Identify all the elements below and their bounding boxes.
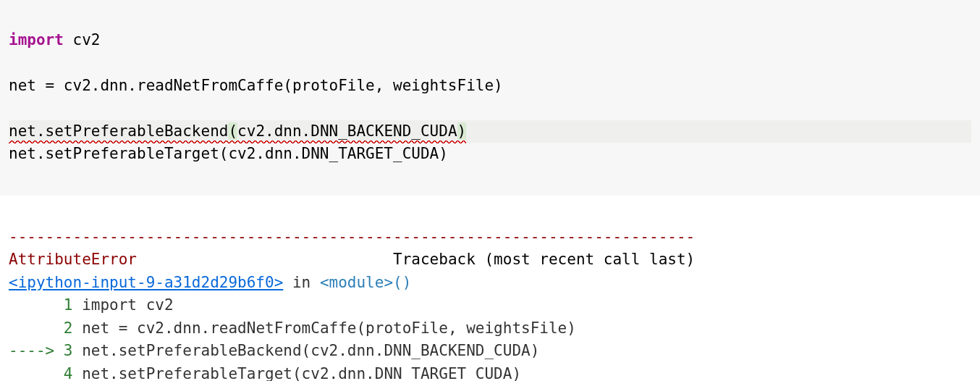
traceback-location: <ipython-input-9-a31d2d29b6f0> in <modul… (9, 274, 411, 291)
code-text: net.setPreferableTarget(cv2.dnn.DNN_TARG… (9, 145, 448, 162)
paren-open: ( (228, 122, 237, 140)
tb-prefix (9, 296, 64, 314)
tb-line-1: 1 import cv2 (9, 296, 174, 314)
paren-close: ) (457, 122, 467, 140)
module-word: <module> (320, 274, 393, 291)
module-name: cv2 (64, 31, 101, 49)
code-input-cell[interactable]: import cv2 net = cv2.dnn.readNetFromCaff… (0, 0, 980, 196)
tb-lineno: 3 (64, 342, 73, 359)
code-line-4: net.setPreferableTarget(cv2.dnn.DNN_TARG… (9, 143, 971, 166)
keyword-import: import (9, 31, 64, 49)
in-word: in (283, 274, 320, 291)
tb-line-2: 2 net = cv2.dnn.readNetFromCaffe(protoFi… (9, 319, 576, 337)
code-text: net.setPreferableBackend (9, 122, 228, 140)
paren: () (393, 274, 411, 291)
ipython-input-link[interactable]: <ipython-input-9-a31d2d29b6f0> (9, 274, 283, 291)
code-line-2: net = cv2.dnn.readNetFromCaffe(protoFile… (9, 75, 971, 98)
tb-line-3: ----> 3 net.setPreferableBackend(cv2.dnn… (9, 342, 539, 359)
traceback-label: Traceback (most recent call last) (393, 251, 695, 268)
code-line-3: net.setPreferableBackend(cv2.dnn.DNN_BAC… (9, 120, 971, 143)
tb-prefix (9, 319, 64, 337)
tb-line-4: 4 net.setPreferableTarget(cv2.dnn.DNN_TA… (9, 365, 521, 382)
spacer (137, 251, 393, 268)
tb-text: net = cv2.dnn.readNetFromCaffe(protoFile… (73, 319, 576, 337)
code-text: net = cv2.dnn.readNetFromCaffe(protoFile… (9, 77, 503, 94)
tb-lineno: 2 (64, 319, 73, 337)
tb-text: net.setPreferableBackend(cv2.dnn.DNN_BAC… (73, 342, 540, 359)
code-line-1: import cv2 (9, 29, 971, 52)
tb-arrow: ----> (9, 342, 64, 359)
code-text: cv2.dnn.DNN_BACKEND_CUDA (237, 122, 457, 140)
error-name: AttributeError (9, 251, 137, 268)
tb-lineno: 4 (64, 365, 73, 382)
output-cell: ----------------------------------------… (0, 196, 980, 381)
tb-prefix (9, 365, 64, 382)
traceback-divider: ----------------------------------------… (9, 228, 695, 246)
tb-text: net.setPreferableTarget(cv2.dnn.DNN_TARG… (73, 365, 522, 382)
traceback-header: AttributeError Traceback (most recent ca… (9, 251, 695, 268)
tb-lineno: 1 (64, 296, 73, 314)
tb-text: import cv2 (73, 296, 174, 314)
